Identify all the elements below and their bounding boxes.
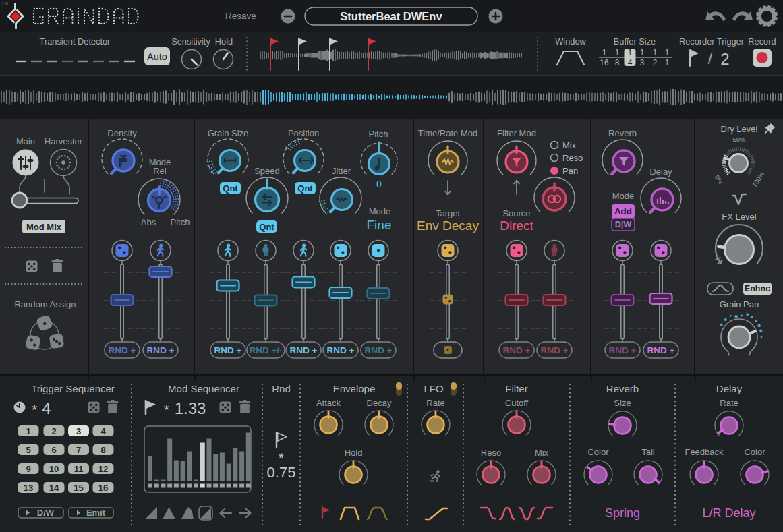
svg-text:7: 7	[76, 445, 81, 455]
svg-text:Qnt: Qnt	[259, 222, 274, 232]
svg-text:Auto: Auto	[147, 51, 167, 62]
svg-text:Grain Pan: Grain Pan	[720, 299, 759, 309]
svg-text:Tail: Tail	[641, 447, 655, 457]
svg-text:RND +: RND +	[327, 345, 355, 355]
svg-text:Cutoff: Cutoff	[505, 398, 529, 408]
svg-text:4: 4	[628, 58, 633, 67]
svg-text:Main: Main	[16, 136, 35, 146]
svg-text:8: 8	[615, 58, 620, 67]
svg-text:Density: Density	[107, 128, 137, 138]
svg-text:Add: Add	[614, 206, 632, 216]
svg-text:Sensitivity: Sensitivity	[171, 36, 210, 47]
svg-text:9: 9	[26, 464, 30, 474]
svg-text:Resave: Resave	[225, 11, 256, 21]
svg-text:Harvester: Harvester	[45, 136, 83, 146]
svg-text:D|W: D|W	[615, 220, 632, 229]
svg-text:RND +: RND +	[147, 345, 175, 355]
svg-text:Transient Detector: Transient Detector	[40, 36, 111, 47]
svg-text:RND +: RND +	[290, 345, 318, 355]
svg-text:Abs: Abs	[141, 217, 156, 227]
svg-text:1: 1	[26, 426, 30, 436]
svg-text:Target: Target	[436, 208, 461, 218]
svg-text:6: 6	[51, 445, 56, 455]
svg-text:Mode: Mode	[612, 191, 635, 201]
svg-text:1: 1	[640, 48, 645, 57]
svg-text:Color: Color	[587, 447, 609, 457]
svg-text:4: 4	[42, 399, 51, 417]
svg-text:Random Assign: Random Assign	[14, 299, 76, 309]
svg-text:1: 1	[665, 58, 670, 67]
svg-text:Delay: Delay	[716, 383, 743, 394]
svg-text:RND +: RND +	[647, 345, 675, 355]
svg-text:15: 15	[74, 483, 83, 493]
svg-text:Env Decay: Env Decay	[417, 218, 479, 233]
svg-text:*: *	[164, 401, 170, 418]
svg-text:RND +: RND +	[609, 345, 637, 355]
svg-text:16: 16	[98, 483, 108, 493]
svg-text:Emit: Emit	[86, 508, 106, 518]
svg-text:RND +: RND +	[503, 345, 531, 355]
svg-text:Filter Mod: Filter Mod	[497, 128, 536, 138]
svg-text:Pitch: Pitch	[171, 217, 190, 227]
svg-text:1.33: 1.33	[175, 399, 206, 417]
svg-text:11: 11	[74, 464, 84, 474]
svg-text:Hold: Hold	[345, 448, 363, 458]
svg-text:Size: Size	[614, 398, 631, 408]
svg-text:FX Level: FX Level	[722, 212, 756, 222]
svg-text:Mix: Mix	[562, 140, 577, 150]
svg-text:Fine: Fine	[367, 218, 392, 232]
svg-text:0: 0	[376, 179, 382, 189]
svg-text:13: 13	[24, 483, 33, 493]
svg-text:RND +: RND +	[109, 345, 136, 355]
svg-text:RND +: RND +	[214, 345, 242, 355]
svg-text:/: /	[708, 49, 713, 67]
svg-text:Jitter: Jitter	[332, 166, 351, 176]
svg-text:Time/Rate Mod: Time/Rate Mod	[418, 128, 477, 138]
svg-text:1: 1	[665, 48, 670, 57]
svg-text:Feedback: Feedback	[685, 447, 724, 457]
svg-text:4: 4	[100, 426, 106, 436]
svg-text:1: 1	[653, 48, 658, 57]
svg-text:0%: 0%	[714, 173, 725, 185]
svg-text:3: 3	[76, 426, 81, 436]
svg-text:Window: Window	[555, 36, 586, 47]
svg-text:16: 16	[600, 58, 609, 67]
svg-text:Color: Color	[744, 447, 765, 457]
svg-text:Buffer Size: Buffer Size	[614, 36, 656, 47]
svg-text:1: 1	[615, 48, 620, 57]
svg-text:Speed: Speed	[254, 166, 280, 176]
svg-text:8: 8	[100, 445, 105, 455]
svg-text:L/R Delay: L/R Delay	[702, 506, 755, 520]
svg-text:1: 1	[628, 48, 633, 57]
svg-text:Grain Size: Grain Size	[208, 128, 249, 138]
svg-text:Direct: Direct	[500, 218, 533, 233]
svg-text:0.75: 0.75	[267, 464, 296, 481]
svg-text:Reso: Reso	[562, 153, 583, 163]
svg-text:RND +: RND +	[541, 345, 569, 355]
svg-text:RND +: RND +	[365, 345, 393, 355]
svg-text:Attack: Attack	[316, 398, 341, 408]
svg-text:Pan: Pan	[562, 166, 578, 176]
svg-text:Spring: Spring	[605, 506, 640, 520]
svg-text:Reso: Reso	[481, 448, 501, 458]
svg-text:Recorder Trigger: Recorder Trigger	[679, 36, 745, 47]
svg-text:Record: Record	[748, 36, 776, 47]
svg-text:3: 3	[640, 58, 645, 67]
svg-text:Mix: Mix	[535, 448, 549, 458]
svg-text:Reverb: Reverb	[606, 383, 639, 394]
svg-text:Qnt: Qnt	[223, 183, 238, 194]
svg-text:Rate: Rate	[720, 398, 738, 408]
svg-text:Rel: Rel	[153, 166, 167, 176]
svg-text:Dry Level: Dry Level	[721, 124, 758, 134]
svg-text:Decay: Decay	[367, 398, 392, 408]
svg-text:Mode: Mode	[369, 206, 391, 216]
svg-text:Rnd: Rnd	[272, 383, 291, 394]
svg-text:Position: Position	[288, 128, 319, 138]
svg-text:Reverb: Reverb	[608, 128, 637, 138]
svg-text:2: 2	[653, 58, 658, 67]
svg-text:2: 2	[51, 426, 56, 436]
svg-text:LFO: LFO	[424, 383, 443, 394]
svg-text:5: 5	[26, 445, 30, 455]
svg-text:StutterBeat DWEnv: StutterBeat DWEnv	[340, 10, 442, 22]
svg-text:Qnt: Qnt	[297, 183, 313, 194]
